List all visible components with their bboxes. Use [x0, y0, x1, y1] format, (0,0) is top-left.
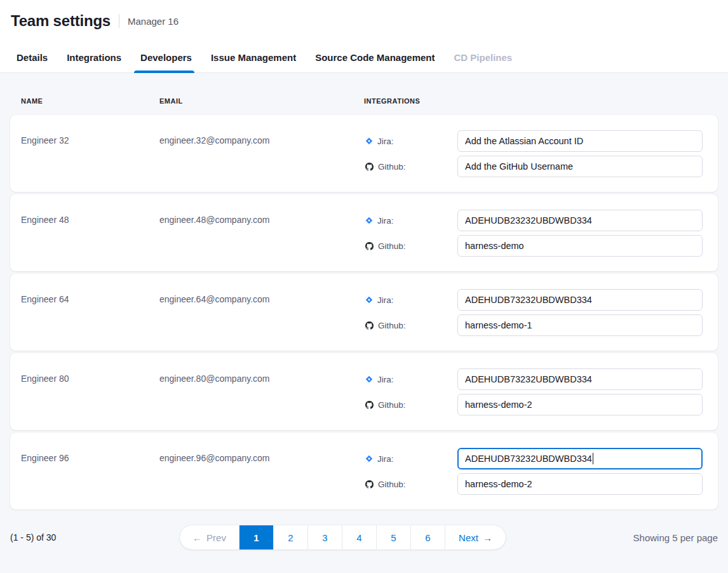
developer-row: Engineer 80 engineer.80@company.com Jira… [10, 353, 718, 430]
main-content: NAME EMAIL INTEGRATIONS Engineer 32 engi… [0, 73, 728, 549]
github-input[interactable]: harness-demo-1 [457, 314, 703, 336]
github-input[interactable]: harness-demo-2 [457, 394, 703, 415]
page-button-2[interactable]: 2 [273, 525, 307, 549]
column-header-integrations: INTEGRATIONS [364, 97, 718, 105]
jira-icon [365, 455, 373, 462]
integrations-cell: Jira: ADEHUDB73232UBDWBD334 Github: harn… [364, 368, 718, 415]
text-cursor [593, 453, 594, 464]
developer-email: engineer.96@company.com [159, 448, 364, 495]
column-header-name: NAME [21, 97, 159, 105]
page-button-1[interactable]: 1 [239, 525, 273, 549]
github-icon [365, 480, 374, 489]
jira-input[interactable]: ADEHUDB73232UBDWBD334 [457, 368, 703, 390]
jira-label: Jira: [364, 137, 457, 146]
jira-label-text: Jira: [377, 295, 394, 305]
jira-icon [365, 217, 373, 224]
developer-list: Engineer 32 engineer.32@company.com Jira… [10, 115, 718, 509]
developer-email: engineer.80@company.com [159, 368, 364, 415]
developer-row: Engineer 96 engineer.96@company.com Jira… [10, 433, 718, 509]
jira-integration-row: Jira: ADEHUDB73232UBDWBD334 [364, 448, 703, 469]
page-button-5[interactable]: 5 [376, 525, 410, 549]
developer-row: Engineer 32 engineer.32@company.com Jira… [10, 115, 718, 192]
github-input-value: harness-demo [465, 241, 524, 251]
jira-icon [365, 137, 373, 145]
jira-integration-row: Jira: ADEHUDB23232UBDWBD334 [364, 210, 703, 231]
integrations-cell: Jira: ADEHUDB73232UBDWBD334 Github: harn… [364, 289, 718, 336]
github-integration-row: Github: Add the GitHub Username [364, 156, 703, 177]
jira-icon [365, 375, 373, 383]
jira-input[interactable]: ADEHUDB73232UBDWBD334 [457, 289, 703, 311]
next-page-button[interactable]: Next → [445, 525, 506, 549]
tab-integrations[interactable]: Integrations [65, 52, 123, 72]
page-button-4[interactable]: 4 [342, 525, 376, 549]
developer-name: Engineer 48 [21, 210, 159, 257]
jira-input-value: ADEHUDB73232UBDWBD334 [465, 295, 592, 305]
jira-input[interactable]: ADEHUDB23232UBDWBD334 [457, 210, 703, 231]
developer-name: Engineer 96 [21, 448, 159, 495]
jira-integration-row: Jira: Add the Atlassian Account ID [364, 130, 703, 152]
jira-input[interactable]: ADEHUDB73232UBDWBD334 [457, 448, 703, 469]
pager: ← Prev 1 2 3 4 5 6 Next → [180, 525, 506, 549]
github-icon [365, 163, 374, 171]
github-input-value: Add the GitHub Username [465, 161, 573, 172]
pagination-range: (1 - 5) of 30 [10, 532, 56, 543]
tab-label: Developers [140, 52, 192, 63]
github-input-value: harness-demo-2 [465, 400, 532, 410]
jira-label-text: Jira: [377, 375, 394, 384]
github-integration-row: Github: harness-demo-1 [364, 314, 703, 336]
jira-label: Jira: [364, 375, 457, 384]
tab-source-code-management[interactable]: Source Code Management [314, 52, 436, 72]
integrations-cell: Jira: ADEHUDB73232UBDWBD334 Github: harn… [364, 448, 718, 495]
jira-label-text: Jira: [377, 454, 394, 464]
jira-input[interactable]: Add the Atlassian Account ID [457, 130, 703, 152]
tab-developers[interactable]: Developers [139, 52, 193, 72]
table-header: NAME EMAIL INTEGRATIONS [10, 73, 718, 115]
tab-label: Issue Management [211, 52, 296, 63]
tab-bar: Details Integrations Developers Issue Ma… [0, 42, 728, 73]
tab-label: Details [17, 52, 48, 63]
github-label: Github: [364, 162, 457, 172]
github-input-value: harness-demo-2 [465, 479, 532, 489]
page-button-6[interactable]: 6 [410, 525, 445, 549]
jira-label-text: Jira: [377, 137, 394, 146]
tab-label: Integrations [67, 52, 121, 63]
github-label-text: Github: [378, 321, 406, 330]
next-arrow-icon: → [483, 532, 492, 543]
page-subtitle: Manager 16 [128, 16, 179, 27]
developer-email: engineer.32@company.com [159, 130, 364, 177]
prev-label: Prev [206, 532, 226, 543]
github-integration-row: Github: harness-demo-2 [364, 473, 703, 495]
developer-name: Engineer 32 [21, 130, 159, 177]
tab-details[interactable]: Details [15, 52, 49, 72]
github-integration-row: Github: harness-demo-2 [364, 394, 703, 415]
github-label: Github: [364, 400, 457, 410]
developer-row: Engineer 48 engineer.48@company.com Jira… [10, 194, 718, 271]
github-integration-row: Github: harness-demo [364, 235, 703, 257]
page-header: Team settings Manager 16 [0, 0, 728, 42]
github-icon [365, 321, 374, 330]
next-label: Next [459, 532, 478, 543]
github-input[interactable]: Add the GitHub Username [457, 156, 703, 177]
prev-arrow-icon: ← [192, 532, 202, 543]
github-label: Github: [364, 241, 457, 251]
github-input[interactable]: harness-demo [457, 235, 703, 257]
github-label-text: Github: [378, 162, 406, 172]
github-icon [365, 242, 374, 250]
developer-name: Engineer 64 [21, 289, 159, 336]
prev-page-button: ← Prev [180, 525, 239, 549]
jira-input-value: ADEHUDB73232UBDWBD334 [465, 374, 592, 384]
column-header-email: EMAIL [159, 97, 364, 105]
jira-input-value: ADEHUDB23232UBDWBD334 [465, 215, 592, 226]
github-input[interactable]: harness-demo-2 [457, 473, 703, 495]
github-label: Github: [364, 480, 457, 489]
jira-integration-row: Jira: ADEHUDB73232UBDWBD334 [364, 289, 703, 311]
page-buttons: 1 2 3 4 5 6 [239, 525, 445, 549]
page-button-3[interactable]: 3 [307, 525, 342, 549]
jira-input-value: ADEHUDB73232UBDWBD334 [465, 454, 592, 464]
tab-issue-management[interactable]: Issue Management [210, 52, 297, 72]
page-title: Team settings [11, 12, 111, 30]
integrations-cell: Jira: Add the Atlassian Account ID Githu… [364, 130, 718, 177]
title-divider [119, 14, 119, 28]
developer-row: Engineer 64 engineer.64@company.com Jira… [10, 274, 718, 351]
github-icon [365, 401, 374, 409]
